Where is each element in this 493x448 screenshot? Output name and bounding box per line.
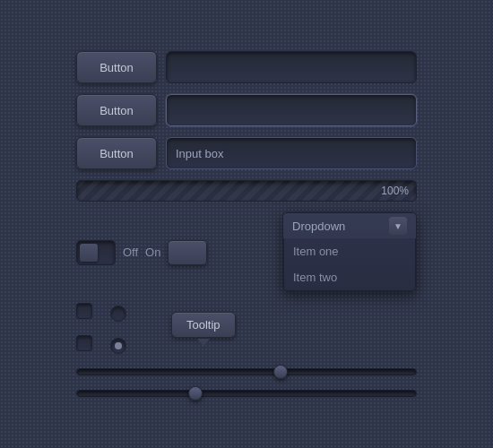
dropdown-arrow-icon: ▼ xyxy=(389,217,407,235)
dropdown-menu: Item one Item two xyxy=(283,238,416,291)
progress-bar: 100% xyxy=(76,180,417,202)
checkboxes-row: Tooltip xyxy=(76,303,417,354)
field-1[interactable] xyxy=(166,51,417,83)
row-3: Button Input box xyxy=(76,137,417,169)
progress-row: 100% xyxy=(76,180,417,202)
input-box-text: Input box xyxy=(176,147,224,160)
button-1[interactable]: Button xyxy=(76,51,157,83)
checkbox-1[interactable] xyxy=(76,303,92,319)
dropdown-header[interactable]: Dropdown ▼ xyxy=(283,213,416,238)
ui-panel: Button Button Button Input box 100% Off … xyxy=(76,51,417,397)
tooltip-arrow-icon xyxy=(197,339,210,346)
on-button[interactable] xyxy=(168,240,207,265)
dropdown-item-2[interactable]: Item two xyxy=(284,264,415,290)
tooltip-label: Tooltip xyxy=(186,318,221,332)
input-box[interactable]: Input box xyxy=(166,137,417,169)
controls-row: Off On Dropdown ▼ Item one Item two xyxy=(76,212,417,292)
row-2: Button xyxy=(76,94,417,126)
checkbox-2[interactable] xyxy=(76,335,92,351)
tooltip-area: Tooltip xyxy=(171,312,236,346)
radio-1[interactable] xyxy=(110,306,126,322)
slider-1-row xyxy=(76,368,417,375)
slider-1-thumb[interactable] xyxy=(273,365,288,379)
button-2[interactable]: Button xyxy=(76,94,157,126)
checkbox-group xyxy=(76,303,92,351)
dropdown-label: Dropdown xyxy=(292,220,345,233)
dropdown-item-1[interactable]: Item one xyxy=(284,238,415,264)
slider-1-track[interactable] xyxy=(76,368,417,375)
progress-label: 100% xyxy=(381,185,409,197)
slider-2-thumb[interactable] xyxy=(188,386,203,401)
progress-fill xyxy=(77,181,416,201)
radio-group xyxy=(110,306,126,354)
row-1: Button xyxy=(76,51,417,83)
radio-2[interactable] xyxy=(110,338,126,354)
slider-2-row xyxy=(76,390,417,397)
on-label: On xyxy=(145,246,160,259)
dropdown-container: Dropdown ▼ Item one Item two xyxy=(282,212,417,292)
field-2[interactable] xyxy=(166,94,417,126)
button-3[interactable]: Button xyxy=(76,137,157,169)
toggle-switch[interactable] xyxy=(76,240,116,265)
off-label: Off xyxy=(123,246,138,259)
dropdown[interactable]: Dropdown ▼ Item one Item two xyxy=(282,212,417,292)
tooltip-button[interactable]: Tooltip xyxy=(171,312,236,338)
toggle-knob xyxy=(80,244,98,262)
slider-2-track[interactable] xyxy=(76,390,417,397)
